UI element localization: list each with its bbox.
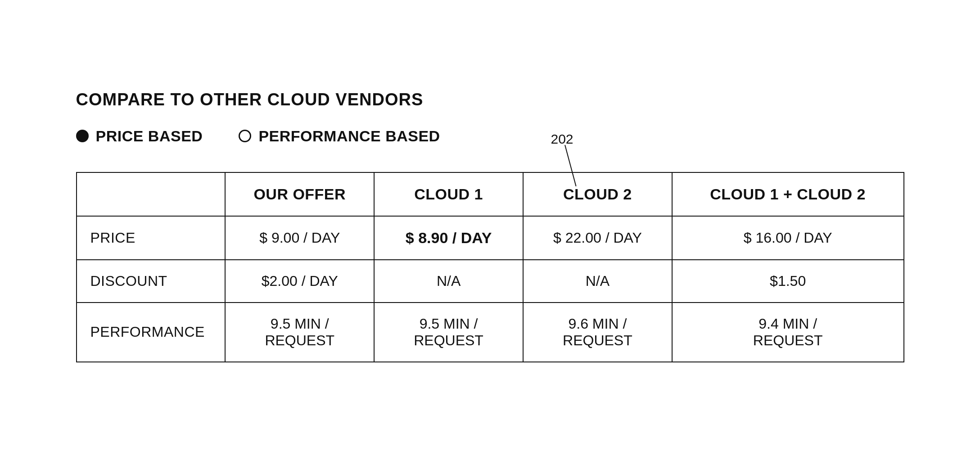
table-row-discount: DISCOUNT $2.00 / DAY N/A N/A $1.50 — [77, 260, 904, 303]
price-cloud1: $ 8.90 / DAY — [374, 216, 523, 260]
table-area: 202 OUR OFFER CLOUD 1 CLOUD 2 CLOUD 1 + … — [76, 172, 904, 362]
performance-based-label: PERFORMANCE BASED — [258, 127, 440, 145]
performance-cloud2: 9.6 MIN /REQUEST — [523, 303, 672, 362]
main-container: COMPARE TO OTHER CLOUD VENDORS PRICE BAS… — [40, 63, 940, 389]
header-cloud2: CLOUD 2 — [523, 172, 672, 216]
discount-cloud12: $1.50 — [672, 260, 904, 303]
header-our-offer: OUR OFFER — [225, 172, 374, 216]
price-our-offer: $ 9.00 / DAY — [225, 216, 374, 260]
performance-cloud1: 9.5 MIN /REQUEST — [374, 303, 523, 362]
label-price: PRICE — [77, 216, 226, 260]
discount-our-offer: $2.00 / DAY — [225, 260, 374, 303]
performance-based-radio[interactable] — [239, 130, 251, 142]
table-row-price: PRICE $ 9.00 / DAY $ 8.90 / DAY $ 22.00 … — [77, 216, 904, 260]
price-based-radio[interactable] — [76, 130, 89, 142]
price-based-label: PRICE BASED — [96, 127, 203, 145]
radio-group: PRICE BASED PERFORMANCE BASED — [76, 127, 904, 145]
price-based-option[interactable]: PRICE BASED — [76, 127, 203, 145]
performance-our-offer: 9.5 MIN /REQUEST — [225, 303, 374, 362]
discount-cloud2: N/A — [523, 260, 672, 303]
price-cloud12: $ 16.00 / DAY — [672, 216, 904, 260]
header-cloud12: CLOUD 1 + CLOUD 2 — [672, 172, 904, 216]
label-discount: DISCOUNT — [77, 260, 226, 303]
page-title: COMPARE TO OTHER CLOUD VENDORS — [76, 90, 904, 109]
table-header-row: OUR OFFER CLOUD 1 CLOUD 2 CLOUD 1 + CLOU… — [77, 172, 904, 216]
comparison-table: OUR OFFER CLOUD 1 CLOUD 2 CLOUD 1 + CLOU… — [76, 172, 904, 362]
annotation-202: 202 — [551, 131, 574, 147]
header-cloud1: CLOUD 1 — [374, 172, 523, 216]
price-cloud2: $ 22.00 / DAY — [523, 216, 672, 260]
discount-cloud1: N/A — [374, 260, 523, 303]
header-empty — [77, 172, 226, 216]
performance-cloud12: 9.4 MIN /REQUEST — [672, 303, 904, 362]
label-performance: PERFORMANCE — [77, 303, 226, 362]
performance-based-option[interactable]: PERFORMANCE BASED — [239, 127, 440, 145]
table-row-performance: PERFORMANCE 9.5 MIN /REQUEST 9.5 MIN /RE… — [77, 303, 904, 362]
